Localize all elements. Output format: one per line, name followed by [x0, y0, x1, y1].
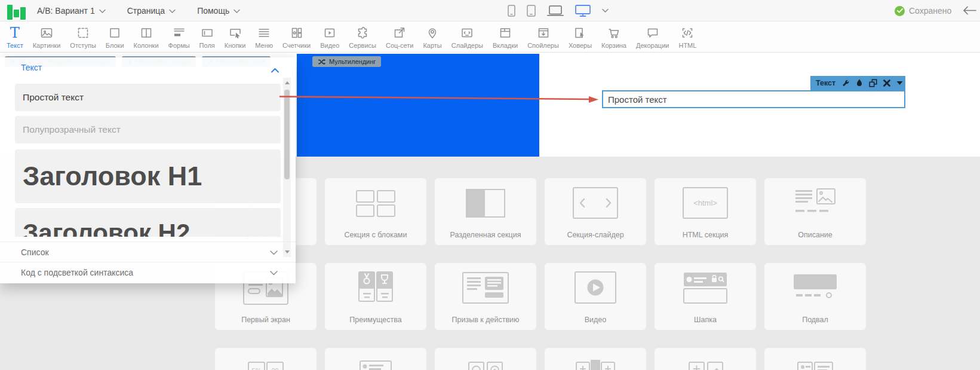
panel-item-3[interactable]: Заголовок H2: [15, 208, 281, 237]
panel-group-1[interactable]: Код с подсветкой синтаксиса: [0, 262, 296, 282]
toolbar-item-20[interactable]: HTML: [674, 25, 701, 49]
template-card-row2-4[interactable]: Шапка: [655, 263, 756, 330]
toolbar-item-9[interactable]: Счетчики: [278, 25, 315, 49]
chevron-up-icon[interactable]: [271, 65, 279, 75]
r3c-glyph-icon: [458, 356, 513, 370]
template-card-row1-1[interactable]: Секция с блоками: [325, 178, 426, 245]
template-card-row3-3[interactable]: [545, 348, 646, 370]
r3b-glyph-icon: [348, 356, 403, 370]
panel-scrollbar[interactable]: [283, 78, 291, 257]
element-toolbar-label: Текст: [816, 79, 835, 87]
wrench-icon[interactable]: [841, 79, 850, 87]
tablet-icon[interactable]: [527, 5, 536, 17]
toolbar-item-11[interactable]: Сервисы: [344, 25, 381, 49]
scroll-up-icon[interactable]: [285, 81, 290, 84]
template-card-row1-4[interactable]: <html>HTML секция: [655, 178, 756, 245]
template-card-row3-0[interactable]: 5%00: [215, 348, 317, 370]
svg-text:5%: 5%: [252, 367, 262, 370]
toolbar-item-6[interactable]: Поля: [195, 25, 220, 49]
droplet-icon[interactable]: [856, 79, 863, 87]
template-card-row3-5[interactable]: [764, 348, 866, 370]
template-card-row3-2[interactable]: [435, 348, 536, 370]
template-card-row3-1[interactable]: [325, 348, 426, 370]
device-chevron-icon[interactable]: [602, 8, 609, 13]
toolbar-item-0[interactable]: TТекст: [2, 25, 28, 49]
toolbar-item-8[interactable]: Меню: [250, 25, 278, 49]
split-glyph-icon: [458, 186, 513, 224]
editor-window: A/B: Вариант 1СтраницаПомощь Сохранено T…: [0, 0, 980, 370]
r3d-glyph-icon: [568, 356, 623, 370]
toolbar-item-7[interactable]: Кнопки: [220, 25, 251, 49]
headersec-glyph-icon: [678, 271, 733, 308]
social-icon: [392, 25, 407, 41]
device-switcher: [508, 0, 609, 22]
slider-glyph-icon: [568, 186, 623, 224]
toolbar-item-13[interactable]: Карты: [418, 25, 446, 49]
template-card-row1-2[interactable]: Разделенная секция: [435, 178, 536, 245]
blocks-icon: [107, 25, 122, 41]
toolbar-item-2[interactable]: Отступы: [65, 25, 101, 49]
toolbar-item-14[interactable]: Слайдеры: [447, 25, 488, 49]
toolbar-item-16[interactable]: Спойлеры: [523, 25, 564, 49]
spoilers-icon: [536, 25, 551, 41]
app-logo-icon[interactable]: [7, 3, 27, 19]
shuffle-icon: [318, 59, 325, 65]
maps-icon: [425, 25, 440, 41]
template-card-row2-2[interactable]: Призыв к действию: [435, 263, 536, 330]
template-card-row3-4[interactable]: [655, 348, 756, 370]
scrollbar-thumb[interactable]: [284, 90, 290, 179]
caret-down-icon[interactable]: [896, 81, 903, 85]
top-menus: A/B: Вариант 1СтраницаПомощь: [37, 0, 240, 22]
menu-icon: [257, 25, 271, 41]
close-icon[interactable]: [883, 79, 890, 87]
top-menu-2[interactable]: Помощь: [197, 6, 240, 16]
fields-icon: [200, 25, 214, 41]
buttons-icon: [228, 25, 242, 41]
toolbar-item-15[interactable]: Вкладки: [488, 25, 523, 49]
r3f-glyph-icon: [788, 356, 843, 370]
r3a-glyph-icon: 5%00: [238, 356, 293, 370]
panel-group-0[interactable]: Список: [0, 241, 296, 262]
toolbar-item-12[interactable]: Соц-сети: [381, 25, 418, 49]
template-card-row2-5[interactable]: Подвал: [764, 263, 866, 330]
top-menu-1[interactable]: Страница: [127, 6, 176, 16]
laptop-icon[interactable]: [547, 5, 564, 16]
toolbar-item-1[interactable]: Картинки: [28, 25, 66, 49]
htmlbox-glyph-icon: <html>: [678, 186, 733, 224]
desktop-icon[interactable]: [575, 5, 591, 17]
text-element[interactable]: Простой текст: [602, 90, 905, 108]
element-toolbar: Текст: [810, 76, 905, 90]
toolbar-item-17[interactable]: Ховеры: [564, 25, 597, 49]
top-menu-0[interactable]: A/B: Вариант 1: [37, 6, 106, 16]
toolbar-item-4[interactable]: Колонки: [129, 25, 164, 49]
template-card-row1-5[interactable]: Описание: [764, 178, 866, 245]
text-icon: T: [10, 25, 20, 41]
panel-item-1[interactable]: Полупрозрачный текст: [15, 116, 281, 143]
spacing-icon: [76, 25, 90, 41]
panel-item-list: Простой текстПолупрозрачный текстЗаголов…: [15, 78, 281, 237]
tabs-icon: [498, 25, 512, 41]
chevron-down-icon: [270, 268, 278, 277]
toolbar-item-10[interactable]: Видео: [315, 25, 344, 49]
panel-title[interactable]: Текст: [21, 63, 42, 72]
duplicate-icon[interactable]: [869, 79, 877, 87]
toolbar-item-5[interactable]: Формы: [164, 25, 195, 49]
blue-section[interactable]: [297, 54, 539, 157]
toolbar-item-18[interactable]: Корзина: [597, 25, 631, 49]
template-card-row2-3[interactable]: Видео: [545, 263, 646, 330]
text-dropdown-panel: Текст Простой текстПолупрозрачный текстЗ…: [0, 57, 296, 283]
toolbar-item-19[interactable]: Декорации: [631, 25, 674, 49]
chevron-down-icon: [99, 6, 106, 16]
panel-item-2[interactable]: Заголовок H1: [15, 149, 281, 203]
phone-icon[interactable]: [508, 5, 515, 17]
template-card-row2-1[interactable]: Преимущества: [325, 263, 426, 330]
video-icon: [322, 25, 337, 41]
forms-icon: [172, 25, 186, 41]
multilanding-button[interactable]: Мультилендинг: [312, 56, 381, 67]
back-arrow-icon[interactable]: [963, 6, 976, 17]
html-icon: [680, 25, 695, 41]
template-card-row1-3[interactable]: Секция-слайдер: [545, 178, 646, 245]
panel-item-0[interactable]: Простой текст: [15, 84, 281, 111]
blocks4-glyph-icon: [348, 186, 403, 224]
toolbar-item-3[interactable]: Блоки: [101, 25, 129, 49]
